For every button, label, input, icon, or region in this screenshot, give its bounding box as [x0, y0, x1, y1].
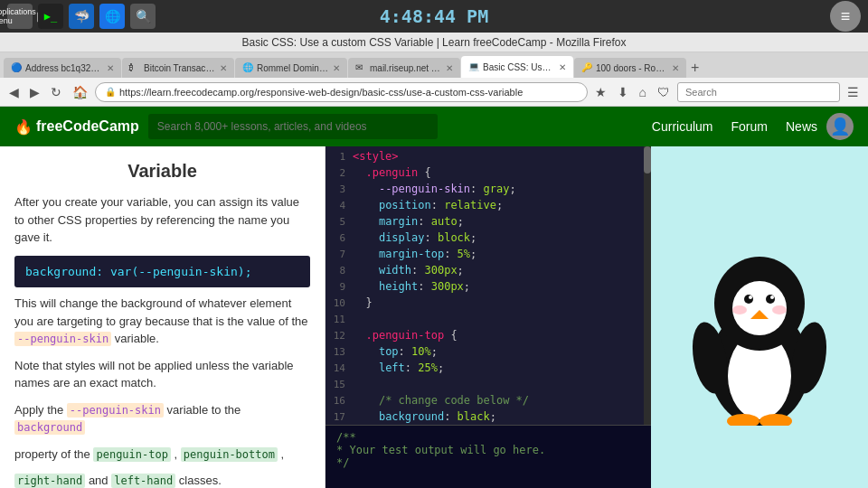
line-number: 2: [326, 167, 353, 179]
editor-scrollbar-vertical[interactable]: [644, 146, 651, 425]
line-number: 5: [326, 216, 353, 228]
tab-favicon-3: 🌐: [242, 62, 253, 73]
line-content: height: 300px;: [353, 280, 644, 293]
line-number: 17: [326, 411, 353, 423]
code-line: 9 height: 300px;: [326, 280, 644, 296]
lesson-task: Apply the --penguin-skin variable to the…: [14, 401, 310, 436]
lesson-title: Variable: [14, 157, 310, 184]
tab-100doors[interactable]: 🔑 100 doors - Rosetta ... ✕: [574, 58, 686, 78]
scrollbar-thumb[interactable]: [644, 146, 651, 174]
tab-close-1[interactable]: ✕: [107, 63, 114, 73]
lesson-task3: right-hand and left-hand classes.: [14, 472, 310, 488]
terminal-icon[interactable]: ▶_: [38, 4, 63, 29]
applications-menu-icon[interactable]: Applications Menu ⊞: [7, 4, 33, 29]
download-button[interactable]: ⬇: [614, 83, 632, 101]
penguin-svg: [669, 209, 850, 426]
code-editor[interactable]: 1<style>2 .penguin {3 --penguin-skin: gr…: [326, 146, 644, 425]
preview-panel: [651, 146, 868, 488]
search-input[interactable]: [677, 82, 840, 102]
code-line: 4 position: relative;: [326, 199, 644, 215]
code-line: 14 left: 25%;: [326, 361, 644, 378]
reload-button[interactable]: ↻: [47, 83, 65, 101]
tab-close-4[interactable]: ✕: [446, 63, 453, 73]
fcc-search-input[interactable]: [148, 114, 438, 139]
task-code3: penguin-top: [93, 447, 170, 462]
search-icon[interactable]: 🔍: [130, 4, 156, 29]
lesson-intro: After you create your variable, you can …: [14, 193, 310, 247]
tab-close-2[interactable]: ✕: [220, 63, 227, 73]
lesson-desc2: Note that styles will not be applied unl…: [14, 357, 310, 392]
penguin-skin-code: --penguin-skin: [14, 332, 111, 346]
tab-favicon-6: 🔑: [581, 62, 592, 73]
browser-navbar: ◀ ▶ ↻ 🏠 🔒 https://learn.freecodecamp.org…: [0, 78, 868, 107]
browser-tabs: 🔵 Address bc1q32xe7... ✕ ₿ Bitcoin Trans…: [0, 52, 868, 78]
svg-point-11: [772, 305, 787, 314]
line-content: [353, 313, 644, 325]
line-content: display: block;: [353, 231, 644, 244]
tab-favicon-1: 🔵: [11, 62, 22, 73]
task-code2: background: [14, 420, 85, 435]
os-taskbar: Applications Menu ⊞ ▶_ 🦈 🌐 🔍 4:48:44 PM …: [0, 0, 868, 33]
tab-close-5[interactable]: ✕: [559, 62, 566, 72]
line-content: margin-top: 5%;: [353, 248, 644, 260]
fcc-logo: 🔥 freeCodeCamp: [14, 118, 139, 136]
code-example: background: var(--penguin-skin);: [14, 256, 310, 288]
code-line: 3 --penguin-skin: gray;: [326, 183, 644, 199]
code-line: 10 }: [326, 296, 644, 313]
tab-rommel[interactable]: 🌐 Rommel Domingue... ✕: [235, 58, 347, 78]
tab-mail[interactable]: ✉ mail.riseup.net :: W... ✕: [348, 58, 460, 78]
line-number: 9: [326, 281, 353, 293]
line-number: 4: [326, 200, 353, 211]
nav-news[interactable]: News: [786, 119, 817, 134]
code-line: 17 background: black;: [326, 410, 644, 425]
code-line: 11: [326, 313, 644, 329]
line-content: width: 300px;: [353, 264, 644, 277]
forward-button[interactable]: ▶: [26, 83, 43, 101]
address-text: https://learn.freecodecamp.org/responsiv…: [119, 87, 523, 98]
tab-address[interactable]: 🔵 Address bc1q32xe7... ✕: [4, 58, 121, 78]
svg-point-8: [766, 295, 775, 304]
tab-bitcoin[interactable]: ₿ Bitcoin Transaction ... ✕: [122, 58, 234, 78]
tab-close-6[interactable]: ✕: [672, 63, 679, 73]
line-number: 7: [326, 249, 353, 260]
address-bar[interactable]: 🔒 https://learn.freecodecamp.org/respons…: [95, 82, 588, 102]
tab-close-3[interactable]: ✕: [333, 63, 340, 73]
lesson-panel: Variable After you create your variable,…: [0, 146, 326, 488]
line-number: 15: [326, 379, 353, 390]
nav-forum[interactable]: Forum: [731, 119, 768, 134]
bookmark-button[interactable]: ★: [591, 83, 610, 101]
line-number: 1: [326, 151, 353, 163]
fcc-flame-icon: 🔥: [14, 118, 33, 136]
user-avatar[interactable]: 👤: [826, 113, 854, 140]
back-button[interactable]: ◀: [5, 83, 23, 101]
home-button[interactable]: 🏠: [69, 83, 91, 101]
line-content: <style>: [353, 150, 644, 163]
browser-icon[interactable]: 🌐: [99, 4, 125, 29]
code-line: 7 margin-top: 5%;: [326, 248, 644, 264]
code-line: 15: [326, 378, 644, 394]
shield-button[interactable]: 🛡: [654, 83, 674, 101]
line-content: /* change code below */: [353, 394, 644, 407]
hamburger-menu[interactable]: ☰: [844, 83, 863, 101]
line-number: 14: [326, 362, 353, 374]
line-number: 12: [326, 330, 353, 342]
fcc-nav: Curriculum Forum News: [652, 119, 817, 134]
task-code6: left-hand: [111, 474, 175, 488]
line-content: background: black;: [353, 410, 644, 423]
os-menu-button[interactable]: ≡: [830, 1, 861, 32]
output-panel: /** * Your test output will go here. */: [326, 425, 651, 488]
line-content: [353, 378, 644, 390]
tab-favicon-4: ✉: [355, 62, 366, 73]
nav-curriculum[interactable]: Curriculum: [652, 119, 713, 134]
lesson-task2: property of the penguin-top , penguin-bo…: [14, 446, 310, 464]
code-line: 6 display: block;: [326, 231, 644, 248]
svg-point-5: [744, 295, 753, 304]
line-content: left: 25%;: [353, 361, 644, 374]
tab-fcc[interactable]: 💻 Basic CSS: Use a cu... ✕: [461, 56, 573, 78]
tab-favicon-5: 💻: [468, 61, 479, 72]
browser-titlebar: Basic CSS: Use a custom CSS Variable | L…: [0, 33, 868, 52]
tab-add-button[interactable]: +: [687, 60, 703, 76]
home-nav-button[interactable]: ⌂: [636, 83, 650, 101]
main-content: Variable After you create your variable,…: [0, 146, 868, 488]
wireshark-icon[interactable]: 🦈: [69, 4, 94, 29]
